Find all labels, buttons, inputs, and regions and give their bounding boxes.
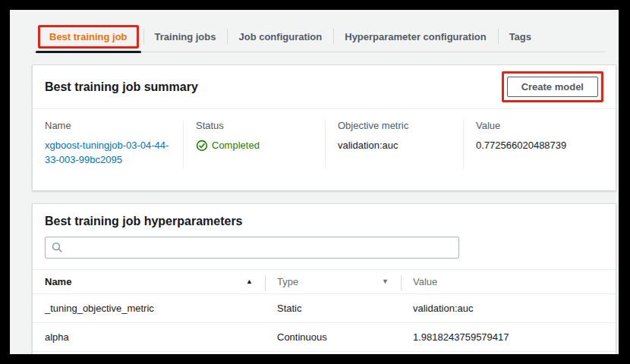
check-circle-icon <box>196 140 208 152</box>
table-row: _tuning_objective_metric Static validati… <box>33 293 616 322</box>
cell-value: 1.9818243759579417 <box>401 322 616 351</box>
cell-type: Continuous <box>265 322 401 351</box>
cell-type: Static <box>265 293 401 322</box>
status-text: Completed <box>212 139 260 153</box>
column-header-type[interactable]: Type ▼ <box>265 269 401 293</box>
training-job-name-link[interactable]: xgboost-tuningjob-03-04-44-33-003-99bc20… <box>45 139 171 168</box>
summary-card-header: Best training job summary Create model <box>33 65 616 109</box>
column-header-name[interactable]: Name ▲ <box>33 269 265 293</box>
field-label: Name <box>45 120 171 131</box>
tab-label: Job configuration <box>238 31 322 42</box>
tab-label: Training jobs <box>155 31 216 42</box>
hyperparameters-title: Best training job hyperparameters <box>45 215 603 228</box>
annotation-box-active-tab: Best training job <box>38 25 139 49</box>
hyperparameters-header: Best training job hyperparameters <box>33 204 616 269</box>
tab-best-training-job[interactable]: Best training job <box>33 22 143 52</box>
tab-tags[interactable]: Tags <box>498 22 543 52</box>
status-badge: Completed <box>196 139 313 153</box>
table-row: eta Continuous 0.07404334782758304 <box>33 351 616 354</box>
field-objective-metric: Objective metric validation:auc <box>325 120 463 168</box>
cell-name: _tuning_objective_metric <box>33 293 265 322</box>
tab-label: Tags <box>509 31 531 42</box>
tab-bar: Best training job Training jobs Job conf… <box>33 22 605 52</box>
hyperparameters-table: Name ▲ Type ▼ Value <box>33 269 616 354</box>
search-input[interactable] <box>45 237 459 259</box>
tab-training-jobs[interactable]: Training jobs <box>143 22 228 52</box>
field-value: Value 0.772566020488739 <box>463 120 616 168</box>
objective-metric-value: validation:auc <box>338 139 451 153</box>
sort-ascending-icon: ▲ <box>246 278 253 285</box>
create-model-button[interactable]: Create model <box>507 77 598 97</box>
field-label: Status <box>196 120 313 131</box>
annotation-box-create-model: Create model <box>502 71 603 102</box>
cell-value: 0.07404334782758304 <box>401 351 616 354</box>
field-status: Status Completed <box>183 120 325 168</box>
search-box <box>45 237 459 259</box>
summary-fields: Name xgboost-tuningjob-03-04-44-33-003-9… <box>33 109 616 190</box>
summary-card: Best training job summary Create model N… <box>32 64 616 191</box>
cell-value: validation:auc <box>401 293 616 322</box>
cell-type: Continuous <box>265 351 401 354</box>
hyperparameters-card: Best training job hyperparameters Name <box>32 203 616 354</box>
objective-value: 0.772566020488739 <box>476 139 603 153</box>
tab-hyperparameter-configuration[interactable]: Hyperparameter configuration <box>333 22 497 52</box>
field-label: Value <box>476 120 603 131</box>
tab-job-configuration[interactable]: Job configuration <box>227 22 333 52</box>
table-header-row: Name ▲ Type ▼ Value <box>33 269 616 293</box>
cell-name: alpha <box>33 322 265 351</box>
screenshot-frame: Best training job Training jobs Job conf… <box>0 0 630 364</box>
cell-name: eta <box>33 351 265 354</box>
field-name: Name xgboost-tuningjob-03-04-44-33-003-9… <box>33 120 183 168</box>
search-icon <box>52 242 62 253</box>
summary-title: Best training job summary <box>45 80 198 94</box>
console-page: Best training job Training jobs Job conf… <box>10 10 619 354</box>
filter-icon: ▼ <box>382 278 389 285</box>
field-label: Objective metric <box>338 120 451 131</box>
column-header-value[interactable]: Value <box>401 269 616 293</box>
table-row: alpha Continuous 1.9818243759579417 <box>33 322 616 351</box>
tab-label: Hyperparameter configuration <box>345 31 486 42</box>
tab-label: Best training job <box>49 31 128 42</box>
